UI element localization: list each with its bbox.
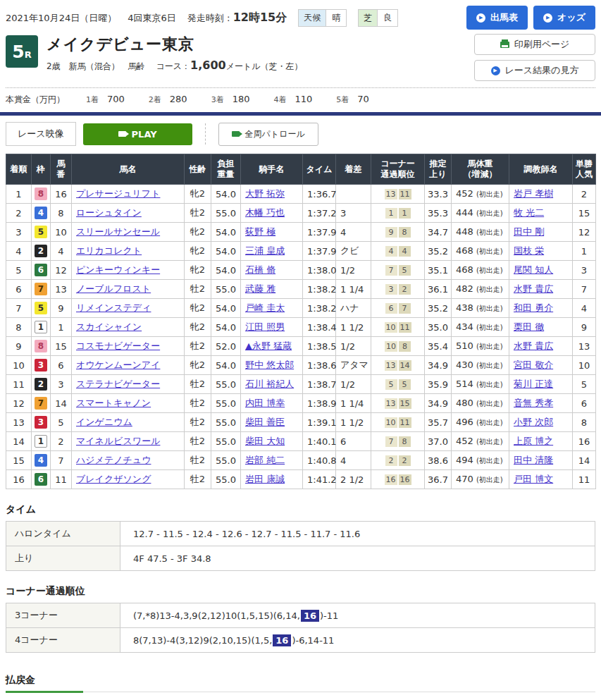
finish-time: 1:39.1 bbox=[303, 413, 336, 432]
jockey-link[interactable]: 石橋 脩 bbox=[245, 264, 275, 275]
horse-link[interactable]: インゲニウム bbox=[76, 417, 132, 427]
jockey-cell: 大野 拓弥 bbox=[241, 185, 303, 204]
trainer-link[interactable]: 岩戸 孝樹 bbox=[514, 188, 553, 199]
win-favorite-rank: 1 bbox=[573, 242, 596, 261]
bracket-cell: 5 bbox=[32, 223, 51, 242]
horse-link[interactable]: ハジメテノチュウ bbox=[76, 455, 151, 465]
jockey-link[interactable]: 柴田 善臣 bbox=[245, 417, 285, 427]
carried-weight: 55.0 bbox=[211, 394, 241, 413]
jockey-cell: 石橋 脩 bbox=[241, 261, 303, 280]
top-bar: 2021年10月24日（日曜） 4回東京6日 発走時刻：12時15分 天候 晴 … bbox=[0, 0, 601, 30]
sex-age: 牝2 bbox=[185, 223, 211, 242]
play-button[interactable]: PLAY bbox=[83, 123, 192, 145]
horse-link[interactable]: コスモナビゲーター bbox=[76, 340, 160, 351]
prize-amount: 110 bbox=[295, 94, 312, 104]
entries-button[interactable]: 出馬表 bbox=[466, 6, 528, 30]
bracket-cell: 5 bbox=[32, 299, 51, 318]
trainer-link[interactable]: 和田 勇介 bbox=[514, 302, 553, 313]
patrol-video-button[interactable]: 全周パトロール bbox=[218, 123, 318, 146]
last-3f-time: 33.3 bbox=[425, 185, 452, 204]
results-row: 16611ブレイクザソング牡255.0岩田 康誠1:41.22 1/216163… bbox=[6, 470, 596, 489]
trainer-link[interactable]: 上原 博之 bbox=[514, 436, 553, 446]
finish-position: 14 bbox=[6, 432, 32, 451]
horse-link[interactable]: リメインステディ bbox=[76, 302, 151, 313]
winner-highlight: 16 bbox=[273, 634, 291, 646]
horse-link[interactable]: ブレイクザソング bbox=[76, 474, 151, 484]
jockey-link[interactable]: 江田 照男 bbox=[245, 321, 285, 332]
odds-button[interactable]: オッズ bbox=[533, 6, 595, 30]
bracket-cell: 1 bbox=[32, 318, 51, 337]
trainer-link[interactable]: 牧 光二 bbox=[514, 207, 544, 218]
jockey-cell: 荻野 極 bbox=[241, 223, 303, 242]
trainer-link[interactable]: 音無 秀孝 bbox=[514, 398, 553, 408]
trainer-link[interactable]: 田中 清隆 bbox=[514, 455, 553, 465]
jockey-link[interactable]: 大野 拓弥 bbox=[245, 188, 285, 199]
jockey-link[interactable]: 岩部 純二 bbox=[245, 455, 285, 465]
corner-position-badge: 3 bbox=[385, 284, 397, 295]
horse-name-cell: ブレイクザソング bbox=[72, 470, 185, 489]
jockey-link[interactable]: 岩田 康誠 bbox=[245, 474, 285, 484]
horse-link[interactable]: オウケンムーンアイ bbox=[76, 360, 160, 370]
trainer-link[interactable]: 宮田 敬介 bbox=[514, 360, 553, 370]
horse-link[interactable]: プレサージュリフト bbox=[76, 188, 160, 199]
trainer-link[interactable]: 戸田 博文 bbox=[514, 474, 553, 484]
jockey-link[interactable]: 野中 悠太郎 bbox=[245, 360, 294, 370]
results-column-header: 着順 bbox=[6, 154, 32, 185]
trainer-link[interactable]: 栗田 徹 bbox=[514, 321, 544, 332]
jockey-link[interactable]: 内田 博幸 bbox=[245, 398, 285, 408]
jockey-link[interactable]: 木幡 巧也 bbox=[245, 207, 285, 218]
results-row: 1036オウケンムーンアイ牝254.0野中 悠太郎1:38.6アタマ131434… bbox=[6, 356, 596, 375]
jockey-link[interactable]: 柴田 大知 bbox=[245, 436, 285, 446]
side-buttons: 印刷用ページ レース結果の見方 bbox=[474, 34, 595, 81]
trainer-link[interactable]: 水野 貴広 bbox=[514, 283, 553, 294]
corner-positions: 1011 bbox=[371, 413, 425, 432]
jockey-link[interactable]: ▲永野 猛蔵 bbox=[245, 340, 292, 351]
win-favorite-rank: 10 bbox=[573, 356, 596, 375]
trainer-link[interactable]: 国枝 栄 bbox=[514, 245, 544, 256]
body-weight-note: (初出走) bbox=[476, 228, 503, 236]
finish-time: 1:38.4 bbox=[303, 318, 336, 337]
corner-order-value: 8(7,13)-4(3,12)9(2,10,15)(1,5,16)-6,14-1… bbox=[120, 628, 595, 653]
bracket-cell: 3 bbox=[32, 356, 51, 375]
body-weight-note: (初出走) bbox=[476, 305, 503, 312]
jockey-link[interactable]: 石川 裕紀人 bbox=[245, 379, 294, 389]
camera-icon bbox=[118, 131, 126, 137]
race-result-page: 2021年10月24日（日曜） 4回東京6日 発走時刻：12時15分 天候 晴 … bbox=[0, 0, 601, 700]
horse-link[interactable]: スマートキャノン bbox=[76, 398, 151, 408]
horse-link[interactable]: スカイシャイン bbox=[76, 321, 142, 332]
sex-age: 牡2 bbox=[185, 394, 211, 413]
horse-link[interactable]: ステラナビゲーター bbox=[76, 379, 160, 389]
play-button-label: PLAY bbox=[132, 129, 157, 140]
trainer-link[interactable]: 田中 剛 bbox=[514, 226, 544, 237]
jockey-link[interactable]: 三浦 皇成 bbox=[245, 245, 285, 256]
jockey-link[interactable]: 戸崎 圭太 bbox=[245, 302, 285, 313]
corner-positions: 75 bbox=[371, 261, 425, 280]
trainer-link[interactable]: 小野 次郎 bbox=[514, 417, 553, 427]
results-row: 248ローシュタイン牡255.0木幡 巧也1:37.231135.3444 (初… bbox=[6, 204, 596, 223]
finish-position: 7 bbox=[6, 299, 32, 318]
horse-number: 1 bbox=[51, 318, 72, 337]
weather-box: 天候 晴 bbox=[298, 9, 347, 27]
jockey-link[interactable]: 武藤 雅 bbox=[245, 283, 275, 294]
horse-link[interactable]: ピンキーウィンキー bbox=[76, 264, 160, 275]
jockey-link[interactable]: 荻野 極 bbox=[245, 226, 275, 237]
horse-link[interactable]: マイネルビスワール bbox=[76, 436, 160, 446]
bracket-cell: 8 bbox=[32, 337, 51, 356]
trainer-link[interactable]: 水野 貴広 bbox=[514, 340, 553, 351]
corner-positions: 1314 bbox=[371, 356, 425, 375]
finish-position: 5 bbox=[6, 261, 32, 280]
trainer-link[interactable]: 菊川 正達 bbox=[514, 379, 553, 389]
results-column-header: 馬名 bbox=[72, 154, 185, 185]
result-guide-button[interactable]: レース結果の見方 bbox=[474, 60, 595, 81]
horse-link[interactable]: エリカコレクト bbox=[76, 245, 142, 256]
prize-rank-label: 2着 bbox=[149, 94, 161, 105]
print-page-button[interactable]: 印刷用ページ bbox=[474, 34, 595, 55]
carried-weight: 55.0 bbox=[211, 470, 241, 489]
body-weight-cell: 480 (初出走) bbox=[452, 394, 509, 413]
horse-link[interactable]: スリールサンセール bbox=[76, 226, 160, 237]
horse-link[interactable]: ノーブルフロスト bbox=[76, 283, 151, 294]
finish-position: 15 bbox=[6, 451, 32, 470]
horse-link[interactable]: ローシュタイン bbox=[76, 207, 142, 218]
trainer-link[interactable]: 尾関 知人 bbox=[514, 264, 553, 275]
lap-time-row: ハロンタイム12.7 - 11.5 - 12.4 - 12.6 - 12.7 -… bbox=[6, 522, 595, 546]
